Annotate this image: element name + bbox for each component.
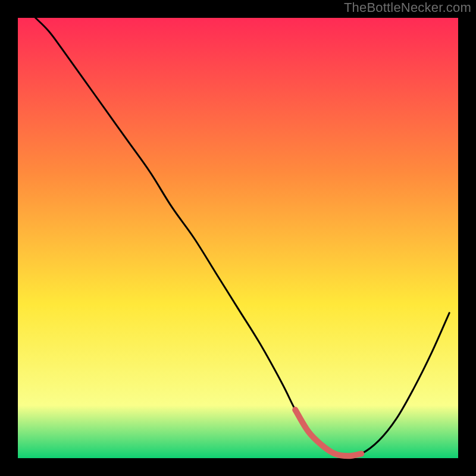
bottleneck-chart xyxy=(0,0,476,476)
watermark-text: TheBottleNecker.com xyxy=(344,0,471,15)
chart-container: TheBottleNecker.com xyxy=(0,0,476,476)
plot-area xyxy=(18,18,458,458)
